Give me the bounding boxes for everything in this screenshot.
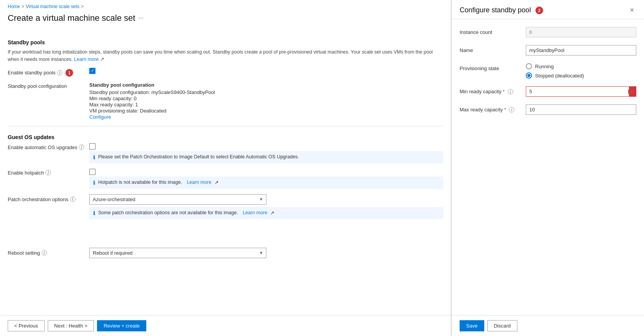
patch-orchestration-row: Patch orchestration options i Azure-orch… bbox=[8, 194, 443, 219]
enable-standby-checkbox-wrapper: ✓ bbox=[89, 68, 443, 74]
config-state-line: VM provisioning state: Deallocated bbox=[89, 108, 443, 114]
config-min-line: Min ready capacity: 0 bbox=[89, 96, 443, 101]
reboot-select[interactable]: Reboot if required Always reboot Never r… bbox=[89, 248, 266, 258]
hotpatch-info-icon[interactable]: i bbox=[45, 170, 51, 175]
standby-pools-section-header: Standby pools bbox=[8, 39, 443, 45]
config-name-line: Standby pool configuration: myScaleS9400… bbox=[89, 89, 443, 95]
hotpatch-info-icon-banner: ℹ bbox=[93, 180, 95, 186]
running-radio-label: Running bbox=[535, 64, 554, 69]
footer-nav: < Previous Next : Health > Review + crea… bbox=[0, 315, 451, 336]
max-capacity-control bbox=[526, 104, 636, 115]
main-content: Home > Virtual machine scale sets > Crea… bbox=[0, 0, 452, 336]
hotpatch-label: Enable hotpatch i bbox=[8, 169, 85, 176]
patch-orchestration-control: Azure-orchestrated Manual Automatic by O… bbox=[89, 194, 443, 219]
config-box-title: Standby pool configuration bbox=[89, 82, 443, 88]
name-label: Name bbox=[460, 45, 521, 53]
reboot-label: Reboot setting i bbox=[8, 248, 85, 256]
config-max-line: Max ready capacity: 1 bbox=[89, 102, 443, 108]
previous-button[interactable]: < Previous bbox=[8, 320, 45, 331]
hotpatch-learn-more-link[interactable]: Learn more bbox=[187, 180, 211, 185]
reboot-row: Reboot setting i Reboot if required Alwa… bbox=[8, 248, 443, 258]
breadcrumb-sep2: > bbox=[81, 4, 84, 9]
auto-upgrade-control: ℹ Please set the Patch Orchestration to … bbox=[89, 143, 443, 163]
standby-pools-learn-more-link[interactable]: Learn more bbox=[74, 57, 99, 62]
standby-pool-config-label: Standby pool configuration bbox=[8, 82, 85, 89]
hotpatch-row: Enable hotpatch i ℹ Hotpatch is not avai… bbox=[8, 169, 443, 189]
hotpatch-info-banner: ℹ Hotpatch is not available for this ima… bbox=[89, 176, 443, 189]
enable-standby-control: ✓ bbox=[89, 68, 443, 74]
hotpatch-checkbox-wrapper bbox=[89, 169, 443, 175]
info-icon: ℹ bbox=[93, 155, 95, 160]
enable-standby-info-icon[interactable]: i bbox=[57, 70, 62, 76]
max-capacity-row: Max ready capacity * i bbox=[460, 104, 636, 115]
more-options-icon[interactable]: ··· bbox=[138, 15, 143, 22]
name-input[interactable] bbox=[526, 45, 636, 55]
min-capacity-input[interactable] bbox=[526, 86, 636, 97]
provisioning-state-label: Provisioning state bbox=[460, 63, 521, 71]
min-capacity-row: Min ready capacity * i ··· bbox=[460, 86, 636, 97]
patch-info-banner: ℹ Some patch orchestration options are n… bbox=[89, 207, 443, 219]
breadcrumb: Home > Virtual machine scale sets > bbox=[0, 0, 451, 12]
page-title: Create a virtual machine scale set bbox=[8, 13, 135, 23]
instance-count-label: Instance count bbox=[460, 27, 521, 35]
next-button[interactable]: Next : Health > bbox=[48, 320, 94, 331]
patch-orchestration-label: Patch orchestration options i bbox=[8, 194, 85, 202]
auto-upgrade-info-icon[interactable]: i bbox=[79, 144, 84, 150]
auto-upgrade-row: Enable automatic OS upgrades i ℹ Please … bbox=[8, 143, 443, 163]
max-capacity-info-icon[interactable]: i bbox=[509, 107, 514, 113]
configure-link[interactable]: Configure bbox=[89, 114, 111, 120]
standby-pools-info: If your workload has long initialization… bbox=[8, 49, 443, 63]
patch-info-icon-banner: ℹ bbox=[93, 210, 95, 216]
provisioning-radio-group: Running Stopped (deallocated) bbox=[526, 63, 636, 79]
standby-pool-config-control: Standby pool configuration Standby pool … bbox=[89, 82, 443, 120]
min-capacity-control: ··· bbox=[526, 86, 636, 97]
guest-os-section-header: Guest OS updates bbox=[8, 134, 443, 140]
max-capacity-input[interactable] bbox=[526, 104, 636, 115]
standby-pool-config-box: Standby pool configuration Standby pool … bbox=[89, 82, 443, 120]
breadcrumb-home[interactable]: Home bbox=[8, 4, 20, 9]
form-body: Standby pools If your workload has long … bbox=[0, 28, 451, 315]
instance-count-row: Instance count bbox=[460, 27, 636, 37]
standby-pool-config-row: Standby pool configuration Standby pool … bbox=[8, 82, 443, 120]
divider-1 bbox=[8, 126, 443, 126]
instance-count-input bbox=[526, 27, 636, 37]
checkbox-check-icon: ✓ bbox=[91, 68, 94, 73]
auto-upgrade-checkbox[interactable] bbox=[89, 143, 95, 150]
stopped-radio-option[interactable]: Stopped (deallocated) bbox=[526, 72, 636, 79]
hotpatch-control: ℹ Hotpatch is not available for this ima… bbox=[89, 169, 443, 189]
side-panel-header: Configure standby pool 2 × bbox=[452, 0, 644, 19]
running-radio-circle bbox=[526, 63, 532, 69]
breadcrumb-sep1: > bbox=[22, 4, 24, 9]
running-radio-option[interactable]: Running bbox=[526, 63, 636, 69]
enable-standby-checkbox[interactable]: ✓ bbox=[89, 68, 95, 74]
enable-standby-pools-row: Enable standby pools i 1 ✓ bbox=[8, 68, 443, 77]
auto-upgrade-info-banner: ℹ Please set the Patch Orchestration to … bbox=[89, 151, 443, 163]
save-button[interactable]: Save bbox=[460, 320, 484, 331]
breadcrumb-vmss[interactable]: Virtual machine scale sets bbox=[26, 4, 79, 9]
side-panel-footer: Save Discard bbox=[452, 315, 644, 336]
stopped-radio-circle bbox=[526, 72, 532, 79]
review-create-button[interactable]: Review + create bbox=[97, 320, 146, 331]
max-capacity-label: Max ready capacity * i bbox=[460, 104, 521, 113]
stopped-radio-label: Stopped (deallocated) bbox=[535, 73, 584, 79]
patch-learn-more-link[interactable]: Learn more bbox=[243, 210, 267, 215]
reboot-dropdown-wrapper: Reboot if required Always reboot Never r… bbox=[89, 248, 266, 258]
min-capacity-info-icon[interactable]: i bbox=[508, 89, 513, 94]
name-control bbox=[526, 45, 636, 55]
auto-upgrade-label: Enable automatic OS upgrades i bbox=[8, 143, 85, 150]
side-panel-body: Instance count Name Provisioning state R… bbox=[452, 19, 644, 315]
enable-standby-badge: 1 bbox=[65, 69, 73, 77]
hotpatch-checkbox[interactable] bbox=[89, 169, 95, 175]
side-panel-badge: 2 bbox=[535, 7, 543, 14]
error-indicator: ··· bbox=[629, 86, 636, 97]
side-panel-title: Configure standby pool 2 bbox=[460, 6, 543, 14]
patch-info-icon[interactable]: i bbox=[70, 197, 75, 202]
patch-dropdown-wrapper: Azure-orchestrated Manual Automatic by O… bbox=[89, 194, 266, 205]
min-capacity-label: Min ready capacity * i bbox=[460, 86, 521, 94]
patch-orchestration-select[interactable]: Azure-orchestrated Manual Automatic by O… bbox=[89, 194, 266, 205]
discard-button[interactable]: Discard bbox=[487, 320, 517, 331]
auto-upgrade-checkbox-wrapper bbox=[89, 143, 443, 150]
reboot-info-icon[interactable]: i bbox=[42, 250, 47, 255]
enable-standby-label: Enable standby pools i 1 bbox=[8, 68, 85, 77]
side-panel-close-button[interactable]: × bbox=[627, 5, 636, 15]
